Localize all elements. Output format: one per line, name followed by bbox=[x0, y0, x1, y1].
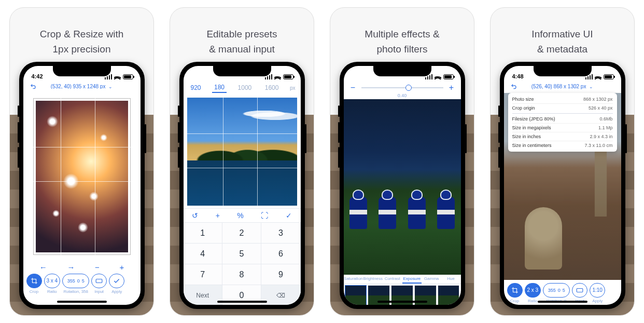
percent-op-icon[interactable]: % bbox=[237, 211, 243, 220]
key-8[interactable]: 8 bbox=[222, 264, 261, 285]
filter-thumb[interactable]: 1.00 bbox=[438, 285, 460, 305]
battery-icon bbox=[283, 74, 293, 79]
meta-key: Crop origin bbox=[512, 105, 535, 111]
photo-area[interactable] bbox=[184, 96, 301, 207]
crop-handle-bl[interactable] bbox=[186, 199, 193, 207]
rotation-label: Rotation, 358 bbox=[63, 289, 88, 294]
apply-button[interactable] bbox=[109, 274, 124, 288]
battery-icon bbox=[123, 74, 133, 79]
tab-hue[interactable]: Hue bbox=[441, 275, 461, 284]
tab-saturation[interactable]: Saturation bbox=[344, 275, 363, 284]
caption-line: photo filters bbox=[365, 43, 439, 56]
add-op-icon[interactable]: + bbox=[216, 211, 220, 220]
size-preset-a[interactable]: 920 bbox=[189, 83, 203, 92]
wifi-icon bbox=[114, 74, 121, 79]
meta-row: Filesize (JPEG 80%)0.6Mb bbox=[512, 115, 613, 124]
crop-tool-label: Crop bbox=[30, 289, 38, 294]
card-caption: Editable presets & manual input bbox=[201, 8, 282, 62]
ratio-label: Ratio bbox=[47, 289, 57, 294]
phone-screen: 4:48 (526, 40) 868 x 1302 px ⌄ bbox=[504, 66, 621, 305]
meta-value: 7.3 x 11.0 cm bbox=[584, 143, 612, 148]
meta-row: Size in centimeters7.3 x 11.0 cm bbox=[512, 141, 613, 150]
crop-handle-tl[interactable] bbox=[186, 97, 193, 104]
crop-handle-tr[interactable] bbox=[291, 97, 298, 104]
crop-grid-overlay[interactable] bbox=[23, 89, 141, 264]
crop-tool-button[interactable] bbox=[507, 283, 523, 298]
size-preset-c[interactable]: 1000 bbox=[236, 83, 254, 92]
toolbar-row: Crop 3 x 4 Ratio 355 0 5 bbox=[23, 273, 141, 295]
crop-handle-bl[interactable] bbox=[23, 258, 26, 265]
card-caption: Multiple effects & photo filters bbox=[359, 8, 444, 62]
key-5[interactable]: 5 bbox=[222, 244, 261, 264]
ratio-value: 3 x 4 bbox=[47, 278, 58, 284]
confirm-op-icon[interactable]: ✓ bbox=[286, 211, 292, 220]
crop-grid-overlay[interactable] bbox=[187, 97, 298, 206]
size-input-editing[interactable]: 180 bbox=[212, 83, 227, 93]
size-input-row: 920 180 1000 1600 px bbox=[184, 80, 301, 95]
key-3[interactable]: 3 bbox=[261, 223, 300, 244]
undo-icon[interactable] bbox=[509, 82, 519, 91]
slider-thumb[interactable] bbox=[405, 85, 412, 91]
key-4[interactable]: 4 bbox=[184, 244, 222, 264]
ratio-button[interactable]: 3 x 4 bbox=[44, 274, 61, 288]
photo-crop-area[interactable] bbox=[23, 93, 141, 260]
caption-line: & metadata bbox=[531, 43, 593, 56]
screenshot-card-4: Informative UI & metadata 4:48 bbox=[490, 7, 635, 316]
slider-minus-icon[interactable]: − bbox=[349, 83, 357, 92]
input-button[interactable] bbox=[91, 274, 107, 288]
fit-op-icon[interactable]: ⛶ bbox=[261, 211, 268, 220]
key-6[interactable]: 6 bbox=[261, 244, 300, 264]
wifi-icon bbox=[595, 74, 601, 79]
crop-dimensions-dropdown[interactable]: (526, 40) 868 x 1302 px ⌄ bbox=[522, 84, 604, 89]
crop-handle-tr[interactable] bbox=[138, 88, 141, 96]
rotation-val-b: 0 bbox=[558, 288, 561, 293]
slider-plus-icon[interactable]: + bbox=[447, 83, 456, 92]
filter-thumb[interactable]: 1.40 bbox=[345, 285, 367, 305]
photo-subject bbox=[349, 197, 367, 229]
crop-handle-tl[interactable] bbox=[23, 88, 26, 96]
tab-gamma[interactable]: Gamma bbox=[422, 275, 441, 284]
notch bbox=[373, 66, 431, 76]
home-indicator[interactable] bbox=[538, 301, 587, 303]
ratio-button[interactable]: 2 x 3 bbox=[525, 283, 541, 298]
photo-subject bbox=[379, 197, 396, 229]
key-7[interactable]: 7 bbox=[184, 264, 222, 285]
home-indicator[interactable] bbox=[377, 301, 427, 303]
apply-label: Apply bbox=[592, 299, 603, 303]
size-preset-d[interactable]: 1600 bbox=[263, 83, 281, 92]
key-9[interactable]: 9 bbox=[261, 264, 300, 285]
meta-key: Photo size bbox=[512, 97, 534, 102]
home-indicator[interactable] bbox=[57, 301, 107, 303]
filter-tabs: Saturation Brightness Contrast Exposure … bbox=[344, 275, 461, 284]
tab-exposure[interactable]: Exposure bbox=[402, 275, 422, 284]
meta-value: 526 x 40 px bbox=[589, 105, 613, 111]
key-1[interactable]: 1 bbox=[184, 223, 222, 244]
rotation-button[interactable]: 355 0 5 bbox=[62, 274, 89, 288]
home-indicator[interactable] bbox=[217, 301, 267, 303]
tab-contrast[interactable]: Contrast bbox=[383, 275, 402, 284]
crop-handle-br[interactable] bbox=[291, 199, 298, 207]
effect-slider[interactable] bbox=[361, 87, 443, 88]
meta-value: 868 x 1302 px bbox=[583, 97, 613, 102]
photo-area[interactable]: Photo size868 x 1302 px Crop origin526 x… bbox=[504, 93, 621, 280]
crop-handle-br[interactable] bbox=[138, 258, 141, 265]
photo-area[interactable] bbox=[344, 99, 461, 275]
key-next[interactable]: Next bbox=[184, 285, 222, 305]
phone-screen: 4:42 (532, 40) 935 x 1248 px ⌄ bbox=[23, 66, 141, 305]
apply-button[interactable]: 1:10 bbox=[590, 283, 605, 298]
crop-dimensions-dropdown[interactable]: (532, 40) 935 x 1248 px ⌄ bbox=[41, 84, 123, 89]
input-button[interactable] bbox=[572, 283, 587, 298]
key-backspace[interactable]: ⌫ bbox=[261, 285, 300, 305]
metadata-panel: Photo size868 x 1302 px Crop origin526 x… bbox=[508, 93, 617, 152]
ratio-value: 2 x 3 bbox=[527, 288, 539, 293]
rotation-val-a: 355 bbox=[548, 288, 556, 293]
phone-screen: 920 180 1000 1600 px bbox=[184, 66, 301, 305]
notch bbox=[53, 66, 111, 76]
crop-tool-button[interactable] bbox=[26, 274, 42, 288]
caption-line: Editable presets bbox=[206, 28, 277, 41]
rotation-button[interactable]: 355 0 5 bbox=[543, 283, 570, 298]
tab-brightness[interactable]: Brightness bbox=[363, 275, 383, 284]
key-2[interactable]: 2 bbox=[222, 223, 261, 244]
undo-op-icon[interactable]: ↺ bbox=[192, 211, 198, 220]
photo-subject bbox=[437, 197, 455, 229]
